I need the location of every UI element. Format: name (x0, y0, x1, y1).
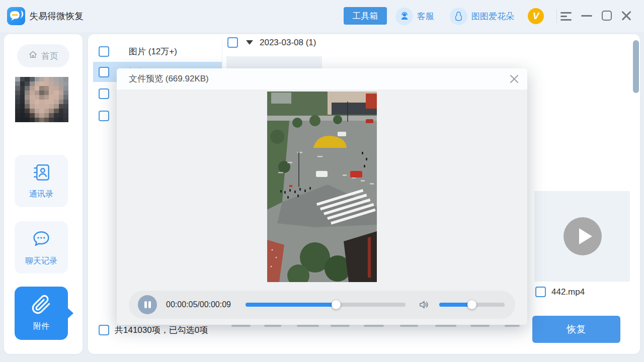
progress-thumb[interactable] (332, 300, 341, 309)
video-preview[interactable] (267, 92, 377, 282)
sidebar-home-label: 首页 (41, 50, 58, 62)
date-group-checkbox[interactable] (227, 37, 238, 48)
date-group-header: 2023-03-08 (1) (227, 37, 316, 48)
window-controls-divider (556, 9, 557, 23)
file-name: 442.mp4 (551, 287, 585, 297)
customer-service-button[interactable]: 客服 (395, 7, 434, 25)
category-4-checkbox[interactable] (99, 111, 109, 121)
category-images-label: 图片 (12万+) (129, 46, 177, 57)
chevron-down-icon[interactable] (246, 40, 253, 45)
chat-bubble-icon (31, 228, 52, 251)
hidden-label-fragment (297, 325, 319, 327)
select-all-checkbox[interactable] (99, 325, 109, 335)
file-preview-modal: 文件预览 (669.92KB) (117, 68, 527, 325)
progress-fill (246, 303, 336, 307)
menu-icon[interactable] (560, 12, 573, 20)
modal-title: 文件预览 (669.92KB) (129, 68, 209, 89)
video-thumbnail[interactable] (534, 191, 630, 282)
hidden-label-fragment (231, 325, 251, 327)
maximize-icon[interactable] (602, 11, 612, 21)
volume-slider[interactable] (439, 303, 505, 307)
app-title: 失易得微恢复 (29, 0, 84, 32)
file-checkbox[interactable] (535, 287, 546, 297)
category-3-checkbox[interactable] (99, 88, 109, 99)
date-group-label: 2023-03-08 (1) (260, 38, 316, 48)
close-icon[interactable] (621, 10, 632, 21)
sidebar-item-attachments[interactable]: 附件 (15, 287, 68, 340)
sidebar-item-chat-history[interactable]: 聊天记录 (15, 221, 68, 274)
hidden-label-fragment (435, 325, 456, 327)
modal-header: 文件预览 (669.92KB) (117, 68, 527, 89)
volume-thumb[interactable] (467, 300, 476, 309)
hidden-label-fragment (505, 325, 520, 327)
sidebar: 首页 通讯录 聊天记录 (4, 34, 83, 354)
paperclip-icon (31, 295, 51, 317)
hidden-label-fragment (400, 325, 418, 327)
avatar (15, 77, 68, 122)
headset-agent-icon (395, 8, 413, 25)
selection-summary: 共141030项，已勾选0项 (115, 324, 208, 336)
hidden-label-fragment (364, 325, 384, 327)
hidden-label-fragment (470, 325, 490, 327)
home-icon (28, 50, 38, 62)
sidebar-item-contacts[interactable]: 通讯录 (15, 155, 68, 207)
category-row-images[interactable]: 图片 (12万+) (93, 41, 222, 61)
active-tab-notch (67, 308, 73, 319)
account-button[interactable]: 图图爱花朵 (450, 7, 514, 25)
vip-badge[interactable]: V (528, 8, 544, 24)
qq-penguin-icon (450, 8, 467, 25)
category-videos-checkbox[interactable] (99, 67, 109, 77)
minimize-icon[interactable] (581, 15, 592, 17)
progress-slider[interactable] (246, 303, 406, 307)
volume-icon[interactable] (418, 299, 430, 313)
scrollbar-thumb[interactable] (633, 40, 639, 93)
modal-close-icon[interactable] (508, 73, 520, 85)
hidden-label-fragment (331, 325, 350, 327)
selection-summary-row: 共141030项，已勾选0项 (99, 324, 208, 336)
sidebar-contacts-label: 通讯录 (29, 189, 53, 200)
file-row: 442.mp4 (535, 287, 585, 297)
category-images-checkbox[interactable] (99, 46, 109, 57)
account-name-label: 图图爱花朵 (471, 11, 514, 22)
title-bar: 失易得微恢复 工具箱 客服 图图爱花朵 V (0, 0, 644, 32)
sidebar-attachments-label: 附件 (33, 321, 49, 332)
toolbox-button[interactable]: 工具箱 (344, 7, 387, 25)
app-logo-icon (7, 7, 25, 25)
play-icon[interactable] (564, 217, 602, 255)
contacts-book-icon (31, 162, 51, 185)
sidebar-chats-label: 聊天记录 (25, 256, 57, 266)
playback-time: 00:00:05/00:00:09 (166, 291, 231, 319)
recover-button[interactable]: 恢复 (532, 316, 620, 343)
hidden-label-fragment (264, 325, 281, 327)
player-bar: 00:00:05/00:00:09 (129, 291, 515, 319)
customer-service-label: 客服 (417, 11, 434, 22)
pause-button[interactable] (138, 295, 157, 314)
sidebar-item-home[interactable]: 首页 (17, 44, 69, 67)
